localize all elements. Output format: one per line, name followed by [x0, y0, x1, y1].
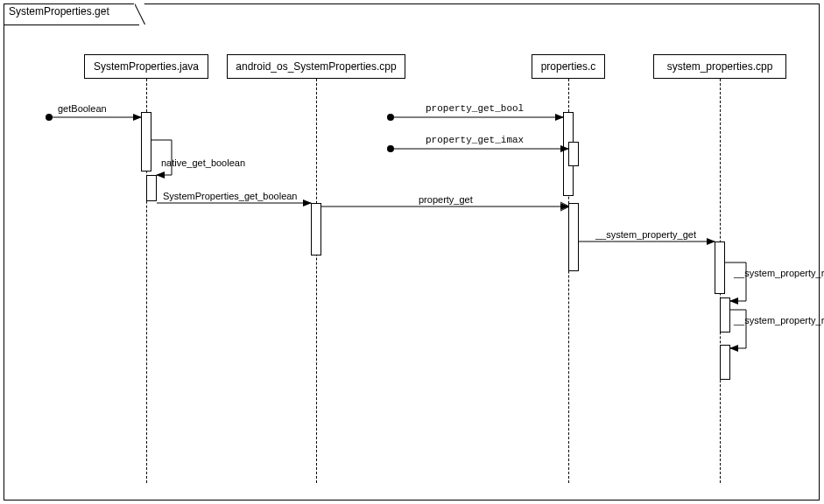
activation-p4-a: [715, 242, 725, 294]
diagram-title-tab-corner-border: [135, 4, 145, 24]
participant-header-p3: properties.c: [532, 54, 605, 79]
activation-p4-b: [720, 298, 730, 332]
activation-p3-b: [568, 142, 579, 166]
msg-label-native_get_boolean: native_get_boolean: [161, 158, 245, 168]
msg-label-getBoolean: getBoolean: [58, 103, 107, 114]
diagram-title: SystemProperties.get: [9, 5, 109, 18]
found-dot-property_get_imax: [387, 145, 394, 152]
lifeline-p2: [316, 79, 317, 483]
activation-p3-c: [568, 203, 579, 271]
participant-header-p2: android_os_SystemProperties.cpp: [227, 54, 405, 79]
found-dot-getBoolean: [46, 114, 53, 121]
activation-p2-a: [311, 203, 321, 256]
msg-label-property_get_bool: property_get_bool: [426, 103, 524, 114]
activation-p1-a: [141, 112, 151, 172]
msg-label-SystemProperties_get_boolean: SystemProperties_get_boolean: [163, 191, 297, 201]
sequence-diagram: SystemProperties.get SystemProperties.ja…: [0, 0, 824, 504]
msg-label-property_get_imax: property_get_imax: [426, 135, 524, 145]
found-dot-property_get_bool: [387, 114, 394, 121]
activation-p1-b: [146, 175, 157, 201]
participant-header-p1: SystemProperties.java: [84, 54, 208, 79]
activation-p4-c: [720, 345, 730, 380]
msg-label-__system_property_read-2: __system_property_read: [734, 315, 824, 326]
msg-label-__system_property_read-1: __system_property_read: [734, 268, 824, 278]
msg-label-property_get: property_get: [419, 194, 473, 205]
msg-label-__system_property_get: __system_property_get: [595, 229, 696, 240]
participant-header-p4: system_properties.cpp: [653, 54, 786, 79]
